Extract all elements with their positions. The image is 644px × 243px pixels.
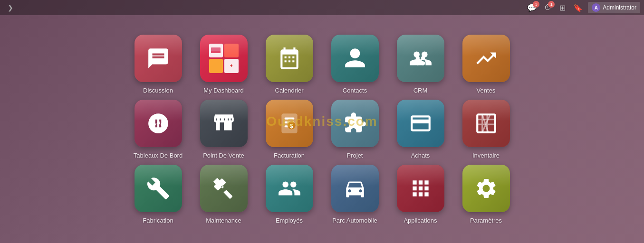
- dashboard-label: My Dashboard: [203, 87, 244, 94]
- app-item-facturation[interactable]: $Facturation: [261, 100, 318, 159]
- automobile-label: Parc Automobile: [332, 217, 377, 224]
- app-item-achats[interactable]: Achats: [392, 100, 449, 159]
- inventaire-label: Inventaire: [472, 152, 500, 159]
- parametres-icon: [462, 165, 510, 212]
- achats-label: Achats: [411, 152, 430, 159]
- svg-point-0: [415, 56, 419, 59]
- svg-point-2: [415, 61, 419, 65]
- chat-badge: 3: [533, 1, 539, 8]
- app-item-maintenance[interactable]: Maintenance: [195, 165, 252, 224]
- main-content: Discussion + My DashboardCalendrierConta…: [0, 15, 644, 243]
- svg-point-1: [421, 56, 425, 59]
- clock-badge: 1: [548, 1, 555, 8]
- svg-point-3: [421, 61, 425, 65]
- pointdevente-label: Point De Vente: [203, 152, 244, 159]
- app-item-employes[interactable]: Employés: [261, 165, 318, 224]
- app-item-contacts[interactable]: Contacts: [327, 35, 384, 94]
- app-item-projet[interactable]: Projet: [327, 100, 384, 159]
- tableaux-icon: [135, 100, 182, 147]
- app-item-calendrier[interactable]: Calendrier: [261, 35, 318, 94]
- crm-icon: [397, 35, 444, 82]
- ventes-label: Ventes: [477, 87, 496, 94]
- app-item-parametres[interactable]: Paramètres: [458, 165, 515, 224]
- app-item-automobile[interactable]: Parc Automobile: [327, 165, 384, 224]
- menu-toggle-icon[interactable]: ❯: [4, 2, 17, 13]
- contacts-icon: [331, 35, 379, 82]
- employes-icon: [266, 165, 313, 212]
- clock-icon[interactable]: ⏱ 1: [542, 2, 554, 13]
- projet-icon: [331, 100, 379, 147]
- app-item-crm[interactable]: CRM: [392, 35, 449, 94]
- app-item-dashboard[interactable]: + My Dashboard: [195, 35, 252, 94]
- facturation-label: Facturation: [274, 152, 305, 159]
- achats-icon: [397, 100, 444, 147]
- inventaire-icon: [462, 100, 510, 147]
- svg-text:$: $: [289, 123, 293, 130]
- calendrier-icon: [266, 35, 313, 82]
- applications-icon: [397, 165, 444, 212]
- topbar: ❯ 💬 3 ⏱ 1 ⊞ 🔖 A Administrator: [0, 0, 644, 15]
- app-item-pointdevente[interactable]: Point De Vente: [195, 100, 252, 159]
- app-item-discussion[interactable]: Discussion: [130, 35, 187, 94]
- fabrication-label: Fabrication: [143, 217, 173, 224]
- discussion-icon: [135, 35, 182, 82]
- topbar-right: 💬 3 ⏱ 1 ⊞ 🔖 A Administrator: [525, 2, 640, 13]
- facturation-icon: $: [266, 100, 313, 147]
- calendrier-label: Calendrier: [275, 87, 304, 94]
- topbar-left: ❯: [4, 2, 17, 13]
- app-item-fabrication[interactable]: Fabrication: [130, 165, 187, 224]
- admin-menu[interactable]: A Administrator: [588, 2, 640, 13]
- employes-label: Employés: [276, 217, 303, 224]
- discussion-label: Discussion: [143, 87, 173, 94]
- app-item-inventaire[interactable]: Inventaire: [458, 100, 515, 159]
- parametres-label: Paramètres: [470, 217, 502, 224]
- chat-icon[interactable]: 💬 3: [525, 2, 539, 13]
- grid-icon[interactable]: ⊞: [557, 2, 568, 13]
- contacts-label: Contacts: [343, 87, 367, 94]
- maintenance-icon: [200, 165, 248, 212]
- dashboard-icon: +: [200, 35, 248, 82]
- app-grid: Discussion + My DashboardCalendrierConta…: [120, 25, 524, 234]
- app-item-ventes[interactable]: Ventes: [458, 35, 515, 94]
- applications-label: Applications: [404, 217, 437, 224]
- pointdevente-icon: [200, 100, 248, 147]
- automobile-icon: [331, 165, 379, 212]
- admin-label: Administrator: [603, 4, 636, 11]
- bookmark-icon[interactable]: 🔖: [571, 2, 585, 13]
- ventes-icon: [462, 35, 510, 82]
- admin-avatar: A: [592, 3, 600, 12]
- crm-label: CRM: [413, 87, 428, 94]
- maintenance-label: Maintenance: [206, 217, 241, 224]
- app-item-tableaux[interactable]: Tableaux De Bord: [130, 100, 187, 159]
- svg-point-5: [161, 122, 163, 125]
- projet-label: Projet: [347, 152, 363, 159]
- fabrication-icon: [135, 165, 182, 212]
- app-item-applications[interactable]: Applications: [392, 165, 449, 224]
- svg-point-4: [153, 122, 155, 125]
- tableaux-label: Tableaux De Bord: [134, 152, 183, 159]
